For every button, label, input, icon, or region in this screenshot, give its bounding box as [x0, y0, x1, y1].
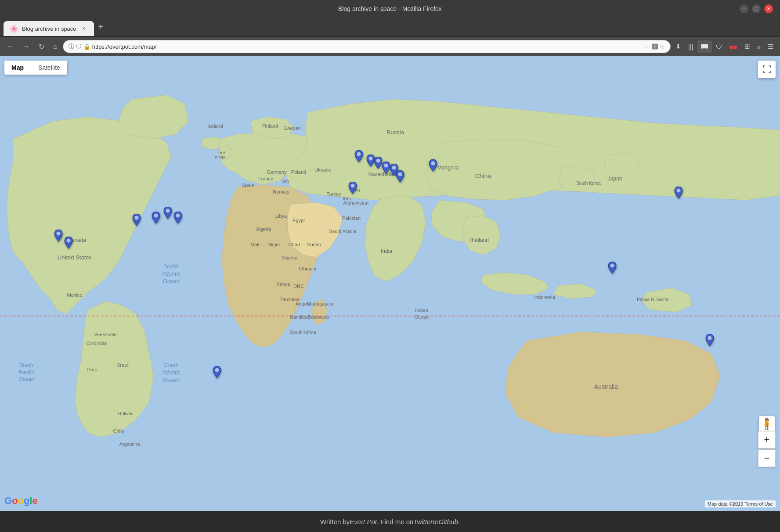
back-button[interactable]: ← — [4, 40, 18, 53]
svg-text:Italy: Italy — [282, 179, 289, 183]
svg-text:Finland: Finland — [262, 123, 278, 129]
new-tab-button[interactable]: + — [94, 20, 108, 34]
active-tab[interactable]: 🌸 Blog archive in space × — [4, 21, 94, 36]
more-options-icon: ··· — [646, 43, 650, 50]
map-attribution: Map data ©2019 Terms of Use — [705, 500, 776, 507]
map-pin-south-korea[interactable] — [672, 187, 685, 204]
more-tools-button[interactable]: » — [754, 41, 764, 53]
close-button[interactable]: × — [764, 4, 773, 13]
tab-close-button[interactable]: × — [80, 25, 88, 32]
svg-text:Colombia: Colombia — [87, 341, 107, 346]
footer-twitter-link[interactable]: Twitter — [413, 518, 433, 525]
nav-right-icons: ⬇ ||| 📖 🛡 ■■ ⊞ » ☰ — [672, 40, 776, 53]
svg-text:North: North — [164, 263, 178, 270]
extensions-button[interactable]: ■■ — [726, 41, 740, 53]
svg-text:France: France — [258, 176, 273, 181]
svg-text:Ukraine: Ukraine — [314, 167, 331, 173]
svg-text:South: South — [19, 362, 33, 368]
svg-point-82 — [677, 188, 681, 192]
svg-text:Nigeria: Nigeria — [282, 255, 298, 260]
svg-text:Madagascar: Madagascar — [307, 301, 334, 306]
library-button[interactable]: ||| — [685, 41, 697, 53]
svg-point-70 — [154, 213, 158, 217]
zoom-out-button[interactable]: − — [758, 449, 776, 467]
map-pin-ukraine[interactable] — [427, 159, 439, 177]
norway-label: Norway — [273, 189, 289, 194]
svg-text:Mexico: Mexico — [67, 292, 83, 298]
map-pin-us-east3[interactable] — [172, 212, 184, 229]
svg-text:Pakistan: Pakistan — [342, 216, 361, 221]
minimize-button[interactable]: − — [740, 4, 748, 13]
map-pin-brazil[interactable] — [211, 366, 223, 384]
map-pin-us-central[interactable] — [130, 214, 143, 231]
menu-button[interactable]: ☰ — [765, 40, 776, 53]
svg-text:Egypt: Egypt — [292, 218, 305, 223]
zoom-in-button[interactable]: + — [758, 431, 776, 449]
svg-text:Sweden: Sweden — [283, 126, 301, 131]
synced-tabs-button[interactable]: ⊞ — [741, 40, 753, 53]
svg-text:Brazil: Brazil — [116, 362, 130, 368]
fullscreen-button[interactable] — [758, 61, 776, 78]
map-pin-fr[interactable] — [347, 182, 359, 199]
title-bar: Blog archive in space - Mozilla Firefox … — [0, 0, 780, 18]
svg-point-83 — [215, 368, 219, 372]
svg-text:Kenya: Kenya — [276, 281, 290, 287]
footer-text-start: Written by — [320, 518, 350, 525]
refresh-button[interactable]: ↻ — [35, 40, 48, 54]
map-pin-us-west2[interactable] — [62, 237, 75, 254]
svg-point-77 — [392, 165, 396, 169]
svg-text:Bolivia: Bolivia — [118, 411, 133, 416]
map-type-map-button[interactable]: Map — [4, 61, 31, 75]
map-pin-uk1[interactable] — [353, 150, 365, 168]
bookmark-icon: ☆ — [660, 43, 665, 50]
svg-text:Spain: Spain — [242, 183, 254, 188]
map-pin-australia[interactable] — [704, 334, 716, 352]
address-bar[interactable]: ⓘ 🛡 🔒 https://evertpot.com/map/ ··· 🅿 ☆ — [63, 40, 671, 53]
svg-text:Saudi Arabia: Saudi Arabia — [329, 229, 357, 234]
svg-point-69 — [134, 216, 138, 219]
svg-text:Argentina: Argentina — [119, 442, 140, 447]
map-type-satellite-button[interactable]: Satellite — [31, 61, 67, 75]
map-pin-thailand[interactable] — [606, 262, 618, 279]
svg-text:Russia: Russia — [386, 129, 404, 136]
svg-point-73 — [357, 152, 361, 156]
home-button[interactable]: ⌂ — [50, 40, 61, 53]
svg-text:South Africa: South Africa — [290, 330, 316, 335]
footer-github-label: Github — [439, 518, 458, 525]
svg-text:Tanzania: Tanzania — [280, 297, 300, 302]
svg-text:Japan: Japan — [608, 176, 622, 182]
svg-text:Ethiopia: Ethiopia — [299, 266, 317, 271]
footer-github-link[interactable]: Github — [439, 518, 458, 525]
svg-text:United States: United States — [58, 254, 92, 261]
svg-text:Indian: Indian — [415, 308, 428, 313]
svg-point-72 — [176, 213, 180, 217]
svg-text:Thailand: Thailand — [469, 237, 489, 243]
tracking-protection-button[interactable]: 🛡 — [713, 41, 726, 53]
svg-point-71 — [166, 209, 170, 213]
footer-author-link[interactable]: Evert Pot — [350, 518, 377, 525]
url-display: https://evertpot.com/map/ — [92, 43, 644, 50]
map-pin-us-east1[interactable] — [150, 212, 162, 229]
map-pin-de2[interactable] — [394, 170, 406, 188]
reader-view-button[interactable]: 📖 — [697, 40, 712, 53]
map-type-controls: Map Satellite — [4, 61, 67, 75]
map-data-text: Map data ©2019 Terms of Use — [708, 501, 773, 507]
download-button[interactable]: ⬇ — [672, 40, 684, 53]
world-map-svg: Norway Canada United States Mexico Brazi… — [0, 56, 780, 511]
forward-button[interactable]: → — [19, 40, 33, 53]
svg-text:Atlantic: Atlantic — [162, 369, 181, 376]
pegman[interactable]: 🧍 — [759, 416, 775, 432]
svg-point-80 — [431, 161, 435, 165]
maximize-button[interactable]: □ — [752, 4, 761, 13]
svg-text:Peru: Peru — [87, 367, 97, 372]
svg-text:Chile: Chile — [113, 428, 124, 434]
svg-point-67 — [57, 232, 61, 236]
svg-text:Algeria: Algeria — [256, 226, 271, 232]
svg-text:Chad: Chad — [289, 242, 300, 247]
equator-line — [0, 316, 780, 316]
page-content: Norway Canada United States Mexico Brazi… — [0, 56, 780, 532]
svg-text:Libya: Libya — [275, 213, 287, 219]
svg-text:Pacific: Pacific — [18, 369, 34, 375]
svg-text:Mongolia: Mongolia — [437, 165, 459, 171]
svg-text:DRC: DRC — [293, 284, 304, 289]
